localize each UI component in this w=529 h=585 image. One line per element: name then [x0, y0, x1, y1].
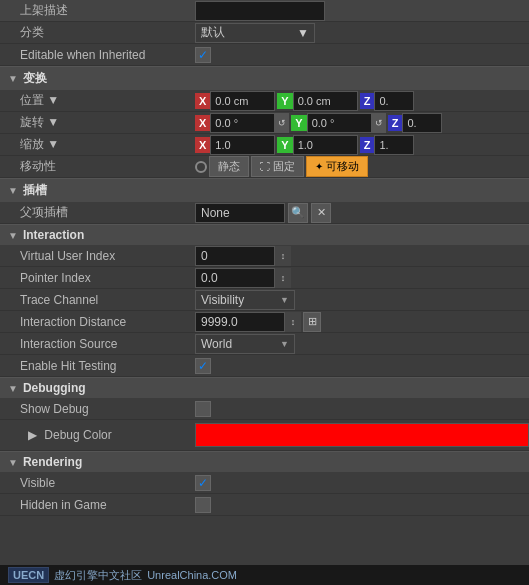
rotation-z-input[interactable]: [402, 113, 442, 133]
interaction-source-value: World ▼: [195, 334, 529, 354]
rendering-title: Rendering: [23, 455, 82, 469]
category-value: 默认 ▼: [195, 23, 529, 43]
category-row: 分类 默认 ▼: [0, 22, 529, 44]
interaction-header: ▼ Interaction: [0, 224, 529, 245]
rotation-x-label: X: [195, 115, 210, 131]
parent-plugin-search-button[interactable]: 🔍: [288, 203, 308, 223]
pointer-index-row: Pointer Index ↕: [0, 267, 529, 289]
enable-hit-testing-checkbox[interactable]: [195, 358, 211, 374]
watermark-url: UnrealChina.COM: [147, 569, 237, 581]
pointer-index-spin[interactable]: ↕: [275, 268, 291, 288]
mobility-movable-button[interactable]: ✦ 可移动: [306, 156, 368, 177]
interaction-distance-input[interactable]: [195, 312, 285, 332]
pointer-index-value: ↕: [195, 268, 529, 288]
scale-x-input[interactable]: [210, 135, 275, 155]
pointer-index-label: Pointer Index: [0, 269, 195, 287]
rotation-z-field: Z: [388, 113, 443, 133]
main-panel: 上架描述 分类 默认 ▼ Editable when Inherited ▼ 变…: [0, 0, 529, 516]
watermark-logo: UECN: [8, 567, 49, 583]
watermark: UECN 虚幻引擎中文社区 UnrealChina.COM: [0, 565, 529, 585]
mobility-static-button[interactable]: 静态: [209, 156, 249, 177]
rotation-x-spin[interactable]: ↺: [275, 113, 289, 133]
debug-color-value: [195, 420, 529, 450]
position-y-field: Y: [277, 91, 357, 111]
transform-header: ▼ 变换: [0, 66, 529, 90]
rotation-y-field: Y ↺: [291, 113, 385, 133]
interaction-source-dropdown-arrow: ▼: [280, 339, 289, 349]
parent-plugin-label: 父项插槽: [0, 202, 195, 223]
debug-color-swatch[interactable]: [195, 423, 529, 447]
editable-value: [195, 47, 529, 63]
position-value: X Y Z: [195, 91, 529, 111]
rotation-y-spin[interactable]: ↺: [372, 113, 386, 133]
trace-channel-dropdown[interactable]: Visibility ▼: [195, 290, 295, 310]
virtual-user-spin[interactable]: ↕: [275, 246, 291, 266]
scale-y-label: Y: [277, 137, 292, 153]
scale-y-input[interactable]: [293, 135, 358, 155]
debugging-header: ▼ Debugging: [0, 377, 529, 398]
visible-value: [195, 475, 529, 491]
category-label: 分类: [0, 22, 195, 43]
debug-color-expand[interactable]: ▶: [28, 428, 37, 442]
mobility-dot[interactable]: [195, 161, 207, 173]
interaction-source-row: Interaction Source World ▼: [0, 333, 529, 355]
show-debug-checkbox[interactable]: [195, 401, 211, 417]
position-y-input[interactable]: [293, 91, 358, 111]
interaction-distance-extra[interactable]: ⊞: [303, 312, 321, 332]
scale-x-label: X: [195, 137, 210, 153]
mobility-label: 移动性: [0, 156, 195, 177]
rotation-z-label: Z: [388, 115, 403, 131]
mobility-fixed-icon: ⛶: [260, 161, 270, 172]
trace-channel-row: Trace Channel Visibility ▼: [0, 289, 529, 311]
position-x-input[interactable]: [210, 91, 275, 111]
rotation-x-input[interactable]: [210, 113, 275, 133]
visible-checkbox[interactable]: [195, 475, 211, 491]
position-z-input[interactable]: [374, 91, 414, 111]
transform-title: 变换: [23, 70, 47, 87]
interaction-distance-row: Interaction Distance ↕ ⊞: [0, 311, 529, 333]
category-dropdown[interactable]: 默认 ▼: [195, 23, 315, 43]
hidden-game-label: Hidden in Game: [0, 496, 195, 514]
interaction-distance-label: Interaction Distance: [0, 313, 195, 331]
interaction-distance-value: ↕ ⊞: [195, 312, 529, 332]
scale-label: 缩放 ▼: [0, 134, 195, 155]
scale-y-field: Y: [277, 135, 357, 155]
scale-xyz: X Y Z: [195, 135, 416, 155]
pointer-index-input[interactable]: [195, 268, 275, 288]
interaction-arrow: ▼: [8, 230, 18, 241]
mobility-static-label: 静态: [218, 159, 240, 174]
rotation-label: 旋转 ▼: [0, 112, 195, 133]
virtual-user-input[interactable]: [195, 246, 275, 266]
parent-plugin-search: 🔍 ✕: [195, 203, 331, 223]
enable-hit-testing-label: Enable Hit Testing: [0, 357, 195, 375]
plugin-title: 插槽: [23, 182, 47, 199]
mobility-fixed-label: 固定: [273, 159, 295, 174]
scale-z-input[interactable]: [374, 135, 414, 155]
rotation-xyz: X ↺ Y ↺ Z: [195, 113, 444, 133]
category-dropdown-value: 默认: [201, 24, 225, 41]
rotation-y-input[interactable]: [307, 113, 372, 133]
label-row-label: 上架描述: [0, 0, 195, 21]
label-row-input[interactable]: [195, 1, 325, 21]
parent-plugin-input[interactable]: [195, 203, 285, 223]
scale-z-label: Z: [360, 137, 375, 153]
hidden-game-checkbox[interactable]: [195, 497, 211, 513]
position-x-field: X: [195, 91, 275, 111]
transform-arrow: ▼: [8, 73, 18, 84]
rotation-row: 旋转 ▼ X ↺ Y ↺ Z: [0, 112, 529, 134]
show-debug-row: Show Debug: [0, 398, 529, 420]
virtual-user-label: Virtual User Index: [0, 247, 195, 265]
scale-row: 缩放 ▼ X Y Z: [0, 134, 529, 156]
label-row: 上架描述: [0, 0, 529, 22]
plugin-header: ▼ 插槽: [0, 178, 529, 202]
editable-row: Editable when Inherited: [0, 44, 529, 66]
editable-checkbox[interactable]: [195, 47, 211, 63]
show-debug-label: Show Debug: [0, 400, 195, 418]
scale-z-field: Z: [360, 135, 415, 155]
parent-plugin-value: 🔍 ✕: [195, 203, 529, 223]
parent-plugin-clear-button[interactable]: ✕: [311, 203, 331, 223]
interaction-source-dropdown[interactable]: World ▼: [195, 334, 295, 354]
mobility-fixed-button[interactable]: ⛶ 固定: [251, 156, 304, 177]
interaction-distance-spin[interactable]: ↕: [285, 312, 301, 332]
visible-label: Visible: [0, 474, 195, 492]
